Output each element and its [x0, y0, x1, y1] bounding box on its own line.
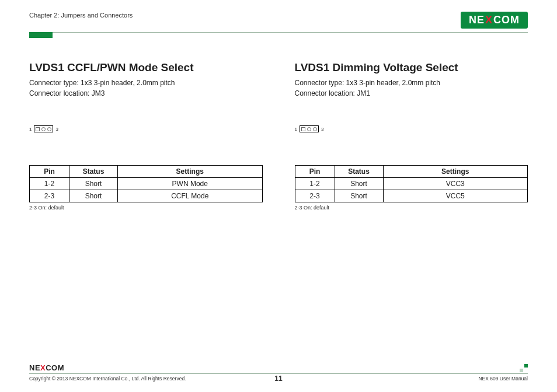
jumper-diagram: 1 3: [29, 125, 263, 133]
col-settings: Settings: [118, 166, 263, 178]
cell-pin: 2-3: [30, 190, 69, 202]
copyright-text: Copyright © 2013 NEXCOM International Co…: [29, 376, 186, 382]
pin-1-icon: [36, 127, 40, 131]
cell-settings: VCC5: [383, 190, 528, 202]
col-status: Status: [69, 166, 118, 178]
jumper-label-left: 1: [295, 127, 297, 132]
brand-pre: NE: [469, 14, 485, 26]
cell-settings: PWN Mode: [118, 178, 263, 190]
brand-x: X: [485, 14, 493, 26]
default-note: 2-3 On: default: [29, 205, 263, 211]
col-status: Status: [335, 166, 383, 178]
cell-status: Short: [335, 178, 383, 190]
page-number: 11: [274, 374, 282, 383]
page-header: Chapter 2: Jumpers and Connectors NEXCOM: [29, 12, 528, 33]
section-title: LVDS1 Dimming Voltage Select: [295, 61, 528, 74]
settings-table: Pin Status Settings 1-2 Short PWN Mode 2…: [29, 165, 263, 202]
cell-pin: 2-3: [295, 190, 335, 202]
section-title: LVDS1 CCFL/PWN Mode Select: [29, 61, 263, 74]
corner-decoration-icon: [520, 364, 528, 372]
brand-post: COM: [46, 363, 64, 372]
default-note: 2-3 On: default: [295, 205, 528, 211]
section-right: LVDS1 Dimming Voltage Select Connector t…: [295, 61, 528, 211]
connector-type: Connector type: 1x3 3-pin header, 2.0mm …: [29, 78, 263, 88]
pin-1-icon: [301, 127, 305, 131]
pin-2-icon: [307, 127, 311, 131]
connector-location: Connector location: JM3: [29, 88, 263, 99]
col-pin: Pin: [30, 166, 69, 178]
table-row: 1-2 Short VCC3: [295, 178, 528, 190]
manual-name: NEX 609 User Manual: [478, 376, 528, 382]
jumper-box: [300, 125, 319, 132]
table-row: 2-3 Short CCFL Mode: [30, 190, 263, 202]
brand-logo: NEXCOM: [461, 12, 528, 29]
pin-2-icon: [41, 127, 46, 131]
connector-location: Connector location: JM1: [295, 88, 528, 99]
jumper-label-left: 1: [29, 127, 32, 132]
jumper-diagram: 1 3: [295, 125, 528, 133]
cell-status: Short: [69, 190, 118, 202]
col-pin: Pin: [295, 166, 335, 178]
cell-settings: VCC3: [383, 178, 528, 190]
settings-table: Pin Status Settings 1-2 Short VCC3 2-3 S…: [295, 165, 528, 202]
table-header-row: Pin Status Settings: [30, 166, 263, 178]
content-area: LVDS1 CCFL/PWN Mode Select Connector typ…: [29, 61, 528, 211]
cell-pin: 1-2: [295, 178, 335, 190]
header-accent: [29, 32, 53, 38]
col-settings: Settings: [383, 166, 528, 178]
brand-pre: NE: [29, 363, 40, 372]
cell-settings: CCFL Mode: [118, 190, 263, 202]
cell-pin: 1-2: [30, 178, 69, 190]
footer-logo: NEXCOM: [29, 363, 64, 372]
jumper-label-right: 3: [321, 127, 323, 132]
table-header-row: Pin Status Settings: [295, 166, 528, 178]
table-row: 1-2 Short PWN Mode: [30, 178, 263, 190]
jumper-box: [34, 125, 53, 132]
pin-3-icon: [47, 127, 51, 131]
table-row: 2-3 Short VCC5: [295, 190, 528, 202]
cell-status: Short: [335, 190, 383, 202]
brand-x: X: [40, 363, 46, 372]
pin-3-icon: [313, 127, 317, 131]
cell-status: Short: [69, 178, 118, 190]
jumper-label-right: 3: [55, 127, 58, 132]
section-left: LVDS1 CCFL/PWN Mode Select Connector typ…: [29, 61, 263, 211]
connector-type: Connector type: 1x3 3-pin header, 2.0mm …: [295, 78, 528, 88]
chapter-title: Chapter 2: Jumpers and Connectors: [29, 12, 133, 19]
brand-post: COM: [493, 14, 520, 26]
page-footer: NEXCOM Copyright © 2013 NEXCOM Internati…: [29, 363, 528, 382]
